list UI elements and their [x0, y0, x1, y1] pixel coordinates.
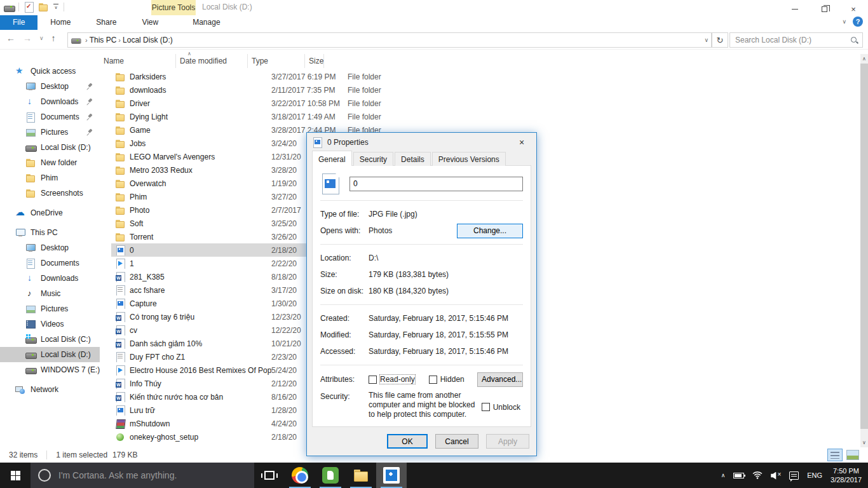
- unblock-label[interactable]: Unblock: [493, 403, 520, 412]
- star-icon: [15, 66, 25, 76]
- clock[interactable]: 7:50 PM 3/28/2017: [831, 466, 862, 484]
- sidebar-item[interactable]: New folder: [0, 155, 100, 170]
- wifi-icon[interactable]: [752, 471, 763, 479]
- hidden-checkbox[interactable]: [429, 376, 437, 384]
- help-icon[interactable]: ?: [853, 17, 863, 27]
- cortana-input[interactable]: [57, 470, 247, 481]
- file-row[interactable]: Darksiders 3/27/2017 6:19 PM File folder: [100, 70, 477, 83]
- scrollbar-thumb[interactable]: [860, 64, 868, 429]
- details-view-button[interactable]: [827, 449, 843, 461]
- change-button[interactable]: Change...: [457, 224, 523, 238]
- start-button[interactable]: [0, 463, 31, 488]
- cortana-search[interactable]: [31, 463, 254, 488]
- column-header[interactable]: Date modified: [176, 54, 248, 68]
- thumbnails-view-button[interactable]: [846, 450, 859, 460]
- folder-icon: [115, 72, 125, 82]
- sidebar-item[interactable]: WINDOWS 7 (E:): [0, 362, 100, 377]
- expand-ribbon-icon[interactable]: ∨: [842, 18, 846, 25]
- chrome-icon: [292, 467, 308, 484]
- vertical-scrollbar[interactable]: ∧ ∨: [860, 54, 868, 447]
- tray-chevron-icon[interactable]: ∧: [721, 472, 726, 478]
- taskbar-app-button[interactable]: [376, 463, 407, 488]
- sidebar-item[interactable]: Screenshots: [0, 186, 100, 201]
- ok-button[interactable]: OK: [387, 434, 428, 449]
- sidebar-item-label: Desktop: [41, 82, 69, 91]
- picture-tools-contextual-tab[interactable]: Picture Tools: [151, 0, 196, 15]
- sidebar-item[interactable]: Desktop: [0, 79, 100, 94]
- sidebar-item[interactable]: Local Disk (C:): [0, 332, 100, 347]
- folder-icon: [115, 219, 125, 229]
- taskbar-app-button[interactable]: [254, 463, 285, 488]
- sidebar-item[interactable]: Documents: [0, 255, 100, 271]
- volume-muted-icon[interactable]: [771, 471, 781, 480]
- sidebar-item[interactable]: Local Disk (D:): [0, 347, 100, 362]
- sidebar-item[interactable]: Downloads: [0, 94, 100, 109]
- hidden-label[interactable]: Hidden: [440, 375, 465, 384]
- ribbon-tab[interactable]: Share: [83, 15, 129, 30]
- dialog-tab[interactable]: Previous Versions: [432, 152, 506, 166]
- taskbar-app-button[interactable]: [285, 463, 315, 488]
- ribbon-tab[interactable]: Home: [37, 15, 83, 30]
- column-header[interactable]: Name: [100, 54, 176, 68]
- readonly-checkbox[interactable]: [369, 376, 377, 384]
- properties-icon[interactable]: [24, 2, 34, 12]
- taskbar-app-button[interactable]: [315, 463, 346, 488]
- up-icon[interactable]: ↑: [51, 33, 56, 43]
- address-dropdown-icon[interactable]: ∨: [704, 37, 709, 43]
- readonly-label[interactable]: Read-only: [380, 375, 415, 384]
- file-row[interactable]: downloads 2/11/2017 7:35 PM File folder: [100, 83, 477, 97]
- ribbon-tab[interactable]: File: [0, 15, 37, 30]
- recent-locations-icon[interactable]: ∨: [39, 35, 44, 41]
- ribbon-tab[interactable]: Manage: [180, 15, 233, 30]
- sidebar-item[interactable]: OneDrive: [0, 205, 100, 220]
- breadcrumb-item[interactable]: Local Disk (D:): [123, 36, 173, 44]
- language-indicator[interactable]: ENG: [807, 471, 822, 479]
- search-input[interactable]: [734, 35, 850, 45]
- battery-icon[interactable]: [733, 473, 744, 478]
- file-row[interactable]: Driver 3/22/2017 10:58 PM File folder: [100, 97, 477, 110]
- breadcrumb-item[interactable]: This PC: [90, 36, 117, 44]
- sidebar-item[interactable]: Pictures: [0, 301, 100, 316]
- search-icon[interactable]: [850, 36, 858, 44]
- scroll-down-icon[interactable]: ∨: [860, 438, 868, 447]
- navigation-pane: Quick access Desktop Downloads Documents…: [0, 54, 100, 447]
- dialog-tab[interactable]: Security: [353, 152, 393, 166]
- forward-icon[interactable]: →: [23, 33, 32, 43]
- dialog-tab[interactable]: General: [312, 151, 352, 166]
- sidebar-item[interactable]: Videos: [0, 316, 100, 332]
- action-center-icon[interactable]: [789, 471, 799, 480]
- customize-qat-icon[interactable]: ∨: [53, 4, 59, 10]
- file-name-input[interactable]: [349, 177, 523, 191]
- sidebar-item[interactable]: Downloads: [0, 271, 100, 286]
- column-header[interactable]: Type: [248, 54, 305, 68]
- sidebar-item[interactable]: This PC: [0, 225, 100, 240]
- sidebar-item[interactable]: Music: [0, 286, 100, 301]
- dialog-tab[interactable]: Details: [395, 152, 431, 166]
- taskbar-app-button[interactable]: [346, 463, 376, 488]
- field-label: Accessed:: [320, 347, 369, 356]
- new-folder-icon[interactable]: [38, 2, 48, 12]
- back-icon[interactable]: ←: [6, 33, 15, 43]
- sidebar-item[interactable]: Network: [0, 382, 100, 397]
- advanced-button[interactable]: Advanced...: [477, 372, 523, 387]
- file-name: Soft: [130, 219, 143, 228]
- file-row[interactable]: Dying Light 3/18/2017 1:49 AM File folde…: [100, 110, 477, 123]
- sidebar-item[interactable]: Documents: [0, 109, 100, 125]
- dialog-close-button[interactable]: ×: [512, 135, 531, 150]
- sidebar-item[interactable]: Pictures: [0, 125, 100, 140]
- ribbon-tab[interactable]: View: [129, 15, 171, 30]
- sidebar-item[interactable]: Quick access: [0, 64, 100, 79]
- dialog-title-bar[interactable]: 0 Properties ×: [307, 133, 536, 152]
- sidebar-item[interactable]: Desktop: [0, 240, 100, 255]
- file-name: Lưu trữ: [130, 406, 155, 415]
- sidebar-item-label: Videos: [41, 320, 64, 329]
- breadcrumb[interactable]: › This PC › Local Disk (D:) ∨: [67, 32, 712, 48]
- search-box[interactable]: [729, 32, 863, 48]
- scroll-up-icon[interactable]: ∧: [860, 54, 868, 64]
- sidebar-item[interactable]: Phim: [0, 170, 100, 186]
- refresh-button[interactable]: ↻: [712, 32, 728, 48]
- sidebar-item[interactable]: Local Disk (D:): [0, 140, 100, 155]
- unblock-checkbox[interactable]: [482, 403, 490, 411]
- cancel-button[interactable]: Cancel: [435, 434, 478, 449]
- column-header[interactable]: Size: [305, 54, 324, 68]
